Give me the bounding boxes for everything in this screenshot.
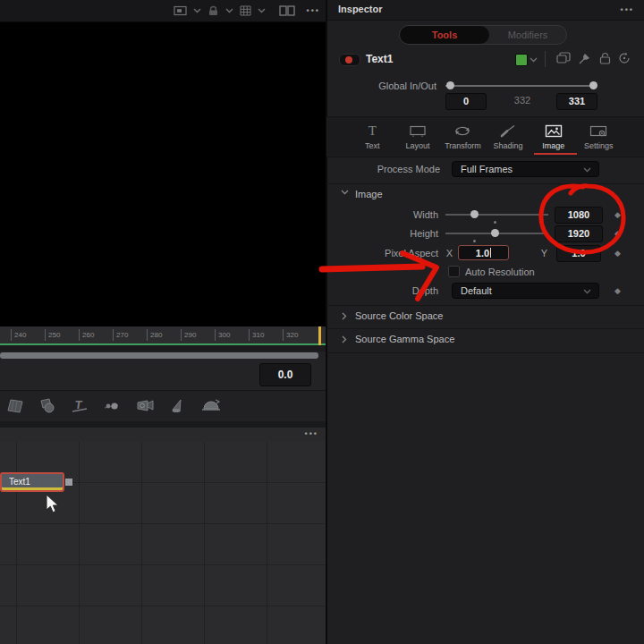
scrollbar-track <box>0 352 326 360</box>
tab-tools[interactable]: Tools <box>400 26 489 44</box>
keyframe-icon[interactable]: ◆ <box>614 249 621 258</box>
grid-icon[interactable] <box>240 5 251 16</box>
merge3d-icon[interactable] <box>102 397 122 415</box>
chevron-down-icon <box>583 167 591 173</box>
chevron-down-icon[interactable] <box>530 57 538 63</box>
divider <box>326 183 644 184</box>
node-output-connector[interactable] <box>65 479 72 486</box>
overflow-menu-icon[interactable]: ••• <box>305 429 318 438</box>
process-mode-dropdown[interactable]: Full Frames <box>452 161 599 177</box>
lock-icon[interactable] <box>598 52 612 64</box>
timeline-ruler[interactable]: 240 250 260 270 280 290 300 310 320 <box>0 326 326 345</box>
fusion-toolbar: T <box>0 391 326 421</box>
tab-modifiers[interactable]: Modifiers <box>489 26 566 44</box>
width-slider-handle[interactable] <box>470 210 479 218</box>
split-view-icon[interactable] <box>279 5 295 16</box>
horizontal-scrollbar[interactable] <box>0 352 318 359</box>
keyframe-icon[interactable]: ◆ <box>614 210 621 219</box>
global-inout-label: Global In/Out <box>344 80 436 91</box>
divider <box>0 421 326 428</box>
depth-dropdown[interactable]: Default <box>452 283 599 299</box>
time-value-box[interactable]: 0.0 <box>259 363 311 386</box>
keyframe-icon[interactable]: ◆ <box>614 286 621 295</box>
viewer-toolbar: ••• <box>0 0 326 22</box>
height-label: Height <box>353 228 438 239</box>
chevron-right-icon[interactable] <box>342 335 347 343</box>
transform-icon <box>453 123 471 139</box>
image-section-header[interactable]: Image <box>355 189 383 199</box>
text3d-icon[interactable]: T <box>70 397 89 415</box>
tab-text[interactable]: T Text <box>350 117 395 157</box>
node-enable-toggle[interactable] <box>339 54 360 66</box>
global-out-value[interactable]: 331 <box>556 93 597 110</box>
tab-transform[interactable]: Transform <box>440 117 486 157</box>
tab-image[interactable]: Image <box>530 117 576 157</box>
inspector-mode-tabs: Tools Modifiers <box>399 25 567 45</box>
divider <box>545 51 546 67</box>
node-header-row: Text1 <box>327 49 644 72</box>
reset-icon[interactable] <box>618 52 631 64</box>
image-icon <box>545 123 563 139</box>
pin-icon[interactable] <box>578 52 591 64</box>
playhead[interactable] <box>318 326 321 345</box>
chevron-down-icon[interactable] <box>225 8 233 13</box>
keyframe-icon[interactable]: ◆ <box>614 229 621 238</box>
tab-shading[interactable]: Shading <box>486 117 531 157</box>
node-color-swatch[interactable] <box>515 54 528 66</box>
ruler-tick: 320 <box>283 329 298 341</box>
layout-icon <box>409 123 427 139</box>
height-default-mark <box>473 240 476 242</box>
spotlight3d-icon[interactable] <box>168 397 188 415</box>
shape3d-icon[interactable] <box>38 397 57 415</box>
camera3d-icon[interactable] <box>134 397 156 415</box>
inspector-titlebar: Inspector ••• <box>327 0 644 21</box>
width-default-mark <box>494 221 496 224</box>
overflow-menu-icon[interactable]: ••• <box>307 6 320 15</box>
width-slider[interactable] <box>445 214 548 216</box>
ruler-tick: 290 <box>181 329 196 341</box>
left-pane: ••• 240 250 260 270 280 290 300 310 320 … <box>0 0 326 644</box>
source-gamma-space-header[interactable]: Source Gamma Space <box>355 334 454 344</box>
ruler-tick: 310 <box>249 329 264 341</box>
settings-icon <box>589 123 607 139</box>
global-in-handle[interactable] <box>446 81 454 89</box>
global-inout-slider[interactable] <box>445 85 596 87</box>
text-caret <box>490 248 491 258</box>
timeline-strip <box>0 345 326 352</box>
tool-tabs-band: T Text Layout Transform Shading <box>326 116 644 157</box>
auto-resolution-checkbox[interactable] <box>448 266 460 277</box>
source-color-space-header[interactable]: Source Color Space <box>355 310 443 321</box>
renderer3d-icon[interactable] <box>200 397 222 415</box>
inspector-title: Inspector <box>338 4 383 14</box>
chevron-down-icon[interactable] <box>341 190 349 195</box>
global-out-handle[interactable] <box>589 81 597 89</box>
chevron-down-icon[interactable] <box>258 8 266 13</box>
node-editor-canvas[interactable]: Text1 <box>0 442 326 644</box>
chevron-right-icon[interactable] <box>342 312 347 320</box>
ruler-tick: 270 <box>113 329 128 341</box>
width-value[interactable]: 1080 <box>555 207 603 224</box>
versions-icon[interactable] <box>556 52 571 64</box>
chevron-down-icon[interactable] <box>193 8 201 13</box>
shading-icon <box>500 123 516 139</box>
imageplane3d-icon[interactable] <box>5 397 25 415</box>
width-label: Width <box>353 209 438 220</box>
mouse-cursor <box>45 494 61 515</box>
depth-label: Depth <box>353 285 438 296</box>
pixel-aspect-x-label: X <box>445 248 453 258</box>
pixel-aspect-label: Pixel Aspect <box>344 248 438 258</box>
pixel-aspect-y-value[interactable]: 1.0 <box>556 245 601 262</box>
height-slider-handle[interactable] <box>491 229 499 237</box>
height-value[interactable]: 1920 <box>555 225 603 242</box>
pixel-aspect-x-input[interactable]: 1.0 <box>458 245 509 260</box>
tab-layout[interactable]: Layout <box>395 117 441 157</box>
display-icon[interactable] <box>174 5 187 16</box>
tab-settings[interactable]: Settings <box>576 117 622 157</box>
overflow-menu-icon[interactable]: ••• <box>621 5 634 14</box>
active-tab-underline <box>534 153 577 155</box>
viewer-canvas[interactable] <box>0 22 326 326</box>
lock-icon[interactable] <box>208 5 219 16</box>
global-mid-value: 332 <box>504 95 540 106</box>
global-in-value[interactable]: 0 <box>445 93 487 110</box>
text1-node[interactable]: Text1 <box>0 472 64 492</box>
